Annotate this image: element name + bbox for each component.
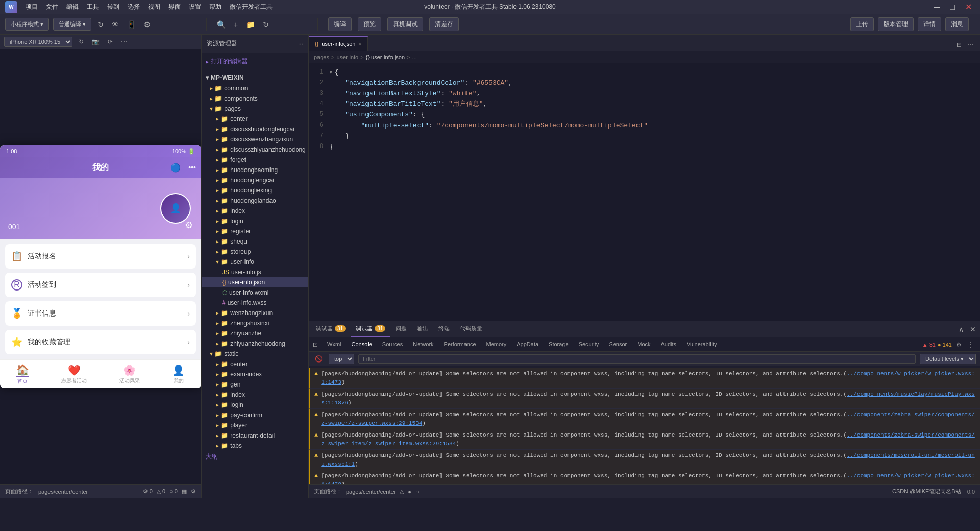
tree-item-shequ[interactable]: ▸ 📁 shequ <box>202 236 308 247</box>
settings-icon-button[interactable]: ⚙ <box>142 18 153 31</box>
console-clear-button[interactable]: 🚫 <box>313 353 325 365</box>
menu-tools[interactable]: 工具 <box>87 3 99 11</box>
refresh-tree-button[interactable]: ↻ <box>261 18 271 31</box>
devtools-inspect-button[interactable]: ⊡ <box>311 339 320 350</box>
tree-item-tabs[interactable]: ▸ 📁 tabs <box>202 441 308 451</box>
console-link-4[interactable]: ../components/mescroll-uni/mescroll-uni.… <box>321 452 975 467</box>
menu-help[interactable]: 帮助 <box>209 3 222 11</box>
menu-view[interactable]: 视图 <box>148 3 160 11</box>
tree-item-huodongbaoming[interactable]: ▸ 📁 huodongbaoming <box>202 165 308 175</box>
tree-item-userinfo-json[interactable]: {} user-info.json <box>202 277 308 287</box>
tree-item-components[interactable]: ▸ 📁 components <box>202 93 308 104</box>
file-tree-more-icon[interactable]: ··· <box>298 40 303 47</box>
menu-project[interactable]: 项目 <box>26 3 38 11</box>
devtools-tab-terminal[interactable]: 终端 <box>433 321 455 337</box>
tree-item-userinfo-wxss[interactable]: # user-info.wxss <box>202 298 308 308</box>
tree-item-index[interactable]: ▸ 📁 index <box>202 206 308 216</box>
phone-rotate-button[interactable]: ⟳ <box>106 36 115 47</box>
tree-item-outline[interactable]: 大纲 <box>202 451 308 463</box>
preview-button[interactable]: 预览 <box>358 17 381 31</box>
menu-settings[interactable]: 设置 <box>189 3 201 11</box>
console-context-select[interactable]: top <box>329 354 354 364</box>
devtools-tab-debugger-left[interactable]: 调试器 31 <box>311 321 351 337</box>
new-folder-button[interactable]: 📁 <box>244 18 257 31</box>
tree-item-storeup[interactable]: ▸ 📁 storeup <box>202 247 308 257</box>
phone-tab-volunteer[interactable]: ❤️ 志愿者活动 <box>61 364 87 384</box>
tree-item-huodongliexing[interactable]: ▸ 📁 huodongliexing <box>202 185 308 196</box>
tree-item-wenzhangzixun[interactable]: ▸ 📁 wenzhangzixun <box>202 308 308 318</box>
phone-model-select[interactable]: iPhone XR 100% 15 <box>4 37 72 47</box>
search-icon-button[interactable]: 🔍 <box>215 18 228 31</box>
upload-button[interactable]: 上传 <box>850 17 874 31</box>
split-editor-button[interactable]: ⊟ <box>954 39 964 51</box>
devtools-minimize-button[interactable]: ∧ <box>957 323 966 335</box>
sub-tab-wxml[interactable]: Wxml <box>322 337 347 352</box>
tree-item-userinfo-js[interactable]: JS user-info.js <box>202 267 308 277</box>
tree-item-pay-confirm[interactable]: ▸ 📁 pay-confirm <box>202 410 308 420</box>
phone-menu-item-3[interactable]: 🏅 证书信息 › <box>5 301 196 326</box>
tree-item-common[interactable]: ▸ 📁 common <box>202 83 308 93</box>
editor-more-button[interactable]: ⋯ <box>966 39 976 51</box>
sub-tab-memory[interactable]: Memory <box>481 337 512 352</box>
devtools-tab-output[interactable]: 输出 <box>412 321 433 337</box>
devtools-tab-quality[interactable]: 代码质量 <box>455 321 487 337</box>
tree-item-zhiyuanzhe[interactable]: ▸ 📁 zhiyuanzhe <box>202 328 308 339</box>
tree-item-pages[interactable]: ▾ 📁 pages <box>202 104 308 114</box>
console-settings-button[interactable]: ⚙ <box>954 339 964 350</box>
tree-item-discusswenzhang[interactable]: ▸ 📁 discusswenzhangzixun <box>202 134 308 144</box>
tree-item-login[interactable]: ▸ 📁 login <box>202 216 308 226</box>
devtools-tab-problems[interactable]: 问题 <box>390 321 412 337</box>
sub-tab-performance[interactable]: Performance <box>439 337 481 352</box>
console-more-button[interactable]: ⋮ <box>966 339 976 350</box>
close-button[interactable]: ✕ <box>962 1 975 13</box>
details-button[interactable]: 详情 <box>918 17 941 31</box>
open-editors-header[interactable]: ▸ 打开的编辑器 <box>202 55 308 68</box>
tree-item-forget[interactable]: ▸ 📁 forget <box>202 155 308 165</box>
phone-more-button[interactable]: ⋯ <box>119 36 129 47</box>
phone-tab-home[interactable]: 🏠 首页 <box>16 364 29 385</box>
tree-item-center[interactable]: ▸ 📁 center <box>202 114 308 124</box>
tree-item-userinfo[interactable]: ▾ 📁 user-info <box>202 257 308 267</box>
devtools-close-button[interactable]: ✕ <box>968 323 978 335</box>
tree-item-static-center[interactable]: ▸ 📁 center <box>202 359 308 369</box>
sub-tab-network[interactable]: Network <box>408 337 438 352</box>
console-link-3[interactable]: ../components/zebra-swiper/components/z-… <box>321 432 975 447</box>
maximize-button[interactable]: □ <box>947 1 958 13</box>
refresh-button[interactable]: ↻ <box>95 18 106 31</box>
console-link-2[interactable]: ../components/zebra-swiper/components/z-… <box>321 412 975 426</box>
devtools-tab-console-main[interactable]: 调试器 31 <box>351 321 390 337</box>
phone-menu-item-2[interactable]: R 活动签到 › <box>5 273 196 297</box>
console-levels-select[interactable]: Default levels ▾ <box>920 354 976 364</box>
menu-goto[interactable]: 转到 <box>107 3 119 11</box>
tree-item-static-login[interactable]: ▸ 📁 login <box>202 400 308 410</box>
tree-item-restaurant[interactable]: ▸ 📁 restaurant-detail <box>202 430 308 441</box>
sub-tab-audits[interactable]: Audits <box>656 337 682 352</box>
sub-tab-console[interactable]: Console <box>347 337 377 352</box>
new-file-button[interactable]: + <box>232 18 240 31</box>
tree-item-zhiyuanzhehuodong[interactable]: ▸ 📁 zhiyuanzhehuodong <box>202 339 308 349</box>
minimize-button[interactable]: ─ <box>931 1 943 13</box>
tree-item-player[interactable]: ▸ 📁 player <box>202 420 308 430</box>
tree-item-discusszhiyuan[interactable]: ▸ 📁 discusszhiyuanzhehuodong <box>202 144 308 155</box>
tree-item-zhengshuxinxi[interactable]: ▸ 📁 zhengshuxinxi <box>202 318 308 328</box>
menu-file[interactable]: 文件 <box>46 3 58 11</box>
tree-item-register[interactable]: ▸ 📁 register <box>202 226 308 236</box>
sub-tab-security[interactable]: Security <box>574 337 604 352</box>
console-link-0[interactable]: ../compo nents/w-picker/w-picker.wxss:1:… <box>321 371 975 385</box>
real-device-button[interactable]: 真机调试 <box>387 17 423 31</box>
tree-item-gen[interactable]: ▸ 📁 gen <box>202 379 308 390</box>
sub-tab-sources[interactable]: Sources <box>377 337 408 352</box>
sub-tab-sensor[interactable]: Sensor <box>604 337 632 352</box>
tree-item-static-index[interactable]: ▸ 📁 index <box>202 390 308 400</box>
phone-menu-item-4[interactable]: ⭐ 我的收藏管理 › <box>5 330 196 354</box>
tab-user-info-json[interactable]: {} user-info.json × <box>309 36 368 51</box>
tree-item-userinfo-wxml[interactable]: ⬡ user-info.wxml <box>202 287 308 298</box>
tree-item-exam-index[interactable]: ▸ 📁 exam-index <box>202 369 308 379</box>
message-button[interactable]: 消息 <box>945 17 969 31</box>
sub-tab-vulnerability[interactable]: Vulnerability <box>681 337 722 352</box>
tab-close-button[interactable]: × <box>358 41 361 47</box>
tree-item-huodongfengcai[interactable]: ▸ 📁 huodongfengcai <box>202 175 308 185</box>
tree-item-huodongqiandao[interactable]: ▸ 📁 huodongqiandao <box>202 196 308 206</box>
simulator-toggle-button[interactable]: 📱 <box>125 18 138 31</box>
menu-weixin-devtools[interactable]: 微信开发者工具 <box>230 3 273 11</box>
